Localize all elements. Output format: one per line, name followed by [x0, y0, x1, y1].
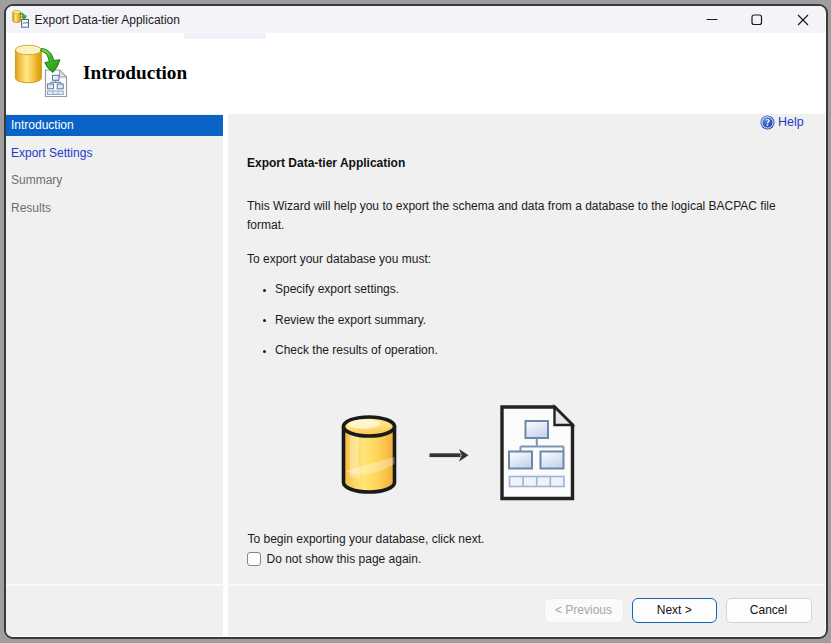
- svg-text:?: ?: [765, 118, 770, 128]
